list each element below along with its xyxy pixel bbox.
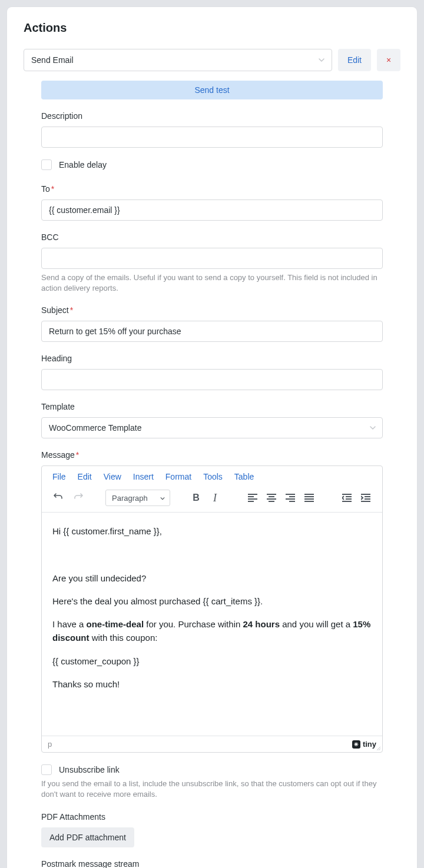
- form-body: Description Enable delay To* BCC Send a …: [24, 99, 400, 868]
- undo-icon: [54, 493, 63, 503]
- bcc-help: Send a copy of the emails. Useful if you…: [41, 272, 383, 294]
- description-label: Description: [41, 111, 383, 121]
- menu-file[interactable]: File: [52, 472, 66, 481]
- tiny-branding: ✳ tiny: [352, 740, 376, 749]
- action-header-row: Send Email Edit ×: [24, 49, 400, 71]
- redo-button[interactable]: [70, 490, 87, 506]
- outdent-icon: [342, 494, 352, 502]
- editor-line: Thanks so much!: [52, 677, 372, 691]
- description-input[interactable]: [41, 127, 383, 148]
- align-left-button[interactable]: [244, 490, 261, 506]
- template-select[interactable]: [41, 417, 383, 438]
- template-label: Template: [41, 402, 383, 411]
- outdent-button[interactable]: [339, 490, 355, 506]
- heading-input[interactable]: [41, 369, 383, 390]
- action-type-select[interactable]: Send Email: [24, 49, 332, 71]
- menu-edit[interactable]: Edit: [78, 472, 92, 481]
- pdf-label: PDF Attachments: [41, 812, 383, 822]
- close-button[interactable]: ×: [377, 49, 400, 71]
- align-justify-button[interactable]: [301, 490, 317, 506]
- align-justify-icon: [304, 494, 314, 502]
- indent-button[interactable]: [357, 490, 374, 506]
- align-right-icon: [286, 494, 295, 502]
- menu-view[interactable]: View: [104, 472, 121, 481]
- chevron-down-icon: [160, 496, 165, 501]
- bcc-label: BCC: [41, 232, 383, 242]
- align-right-button[interactable]: [282, 490, 299, 506]
- edit-button[interactable]: Edit: [338, 49, 371, 71]
- description-field: Description: [41, 111, 383, 148]
- unsubscribe-help: If you send the email to a list, include…: [41, 779, 383, 800]
- align-left-icon: [248, 494, 257, 502]
- editor-line: {{ customer_coupon }}: [52, 654, 372, 668]
- to-field: To*: [41, 184, 383, 221]
- editor-menubar: File Edit View Insert Format Tools Table: [42, 466, 382, 486]
- action-type-value: Send Email: [31, 55, 74, 65]
- pdf-field: PDF Attachments Add PDF attachment: [41, 812, 383, 847]
- message-label: Message*: [41, 450, 383, 460]
- subject-field: Subject*: [41, 305, 383, 342]
- editor-content[interactable]: Hi {{ customer.first_name }}, Are you st…: [42, 513, 382, 736]
- bcc-input[interactable]: [41, 248, 383, 269]
- enable-delay-row: Enable delay: [41, 159, 383, 170]
- format-select[interactable]: Paragraph: [105, 490, 170, 506]
- message-field: Message* File Edit View Insert Format To…: [41, 450, 383, 753]
- heading-field: Heading: [41, 354, 383, 390]
- tiny-badge-icon: ✳: [352, 740, 360, 749]
- add-pdf-button[interactable]: Add PDF attachment: [41, 827, 134, 847]
- menu-table[interactable]: Table: [234, 472, 254, 481]
- unsubscribe-label: Unsubscribe link: [59, 765, 120, 774]
- undo-button[interactable]: [50, 490, 67, 506]
- chevron-down-icon: [319, 57, 324, 63]
- bcc-field: BCC Send a copy of the emails. Useful if…: [41, 232, 383, 294]
- template-field: Template: [41, 402, 383, 438]
- editor-line: Are you still undecided?: [52, 571, 372, 585]
- editor-line: Here's the deal you almost purchased {{ …: [52, 594, 372, 608]
- subject-input[interactable]: [41, 321, 383, 342]
- enable-delay-checkbox[interactable]: [41, 159, 52, 170]
- menu-format[interactable]: Format: [165, 472, 191, 481]
- subject-label: Subject*: [41, 305, 383, 315]
- align-center-icon: [267, 494, 276, 502]
- editor-toolbar: Paragraph B I: [42, 486, 382, 513]
- editor-path: p: [48, 740, 52, 749]
- send-test-button[interactable]: Send test: [41, 81, 383, 99]
- actions-panel: Actions Send Email Edit × Send test Desc…: [7, 7, 417, 868]
- enable-delay-label: Enable delay: [59, 160, 107, 169]
- postmark-field: Postmark message stream Optional - Defau…: [41, 859, 383, 869]
- unsubscribe-row: Unsubscribe link: [41, 764, 383, 775]
- page-title: Actions: [24, 21, 400, 35]
- align-center-button[interactable]: [263, 490, 280, 506]
- italic-button[interactable]: I: [207, 490, 223, 506]
- resize-handle-icon[interactable]: [375, 745, 381, 751]
- editor-line: I have a one-time-deal for you. Purchase…: [52, 617, 372, 645]
- to-input[interactable]: [41, 199, 383, 221]
- rich-text-editor: File Edit View Insert Format Tools Table: [41, 465, 383, 753]
- redo-icon: [74, 493, 83, 503]
- heading-label: Heading: [41, 354, 383, 363]
- editor-line: Hi {{ customer.first_name }},: [52, 524, 372, 538]
- unsubscribe-checkbox[interactable]: [41, 764, 52, 775]
- editor-statusbar: p ✳ tiny: [42, 736, 382, 752]
- to-label: To*: [41, 184, 383, 194]
- postmark-label: Postmark message stream: [41, 859, 383, 869]
- menu-tools[interactable]: Tools: [203, 472, 223, 481]
- indent-icon: [361, 494, 370, 502]
- bold-button[interactable]: B: [188, 490, 204, 506]
- menu-insert[interactable]: Insert: [133, 472, 154, 481]
